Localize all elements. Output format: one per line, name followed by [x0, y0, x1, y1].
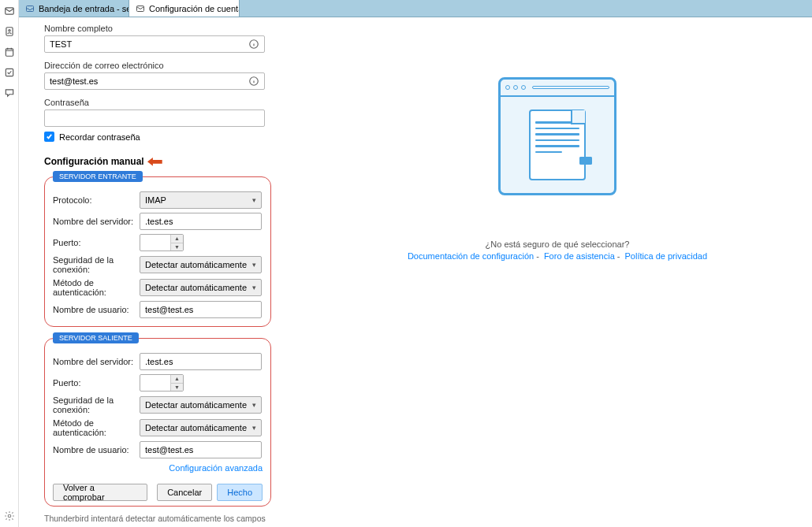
in-hostname-input[interactable]: .test.es	[140, 213, 262, 230]
chevron-down-icon: ▾	[252, 196, 256, 204]
checkbox-checked-icon[interactable]	[44, 132, 54, 142]
out-auth-label: Método de autenticación:	[53, 418, 140, 437]
illustration	[498, 77, 616, 195]
out-port-label: Puerto:	[53, 378, 140, 388]
fullname-input[interactable]	[44, 35, 265, 53]
out-port-input[interactable]: ▲▼	[140, 374, 184, 392]
out-username-input[interactable]: test@test.es	[140, 441, 262, 458]
in-security-select[interactable]: Detectar automáticamente▾	[140, 256, 262, 273]
tab-inbox-label: Bandeja de entrada - seo@me	[39, 4, 129, 13]
protocol-select[interactable]: IMAP▾	[140, 191, 262, 209]
chat-icon[interactable]	[3, 87, 16, 99]
svg-rect-4	[6, 69, 13, 76]
info-icon[interactable]	[248, 39, 259, 50]
out-security-label: Seguridad de la conexión:	[53, 395, 140, 414]
out-security-select[interactable]: Detectar automáticamente▾	[140, 396, 262, 414]
password-input[interactable]	[44, 109, 265, 127]
chevron-down-icon: ▾	[252, 261, 256, 269]
password-label: Contraseña	[44, 98, 303, 107]
spinner-icon[interactable]: ▲▼	[170, 375, 183, 391]
tasks-icon[interactable]	[3, 66, 16, 79]
spinner-icon[interactable]: ▲▼	[170, 235, 183, 251]
illustration-column: ¿No está seguro de qué seleccionar? Docu…	[303, 17, 812, 527]
arrow-left-icon: ⬅	[147, 153, 162, 170]
outgoing-badge: SERVIDOR SALIENTE	[53, 332, 139, 343]
left-rail	[0, 0, 19, 527]
config-icon	[136, 4, 145, 13]
retest-button[interactable]: Volver a comprobar	[53, 484, 147, 501]
fullname-label: Nombre completo	[44, 24, 303, 33]
out-hostname-input[interactable]: .test.es	[140, 353, 262, 370]
in-auth-select[interactable]: Detectar automáticamente▾	[140, 279, 262, 296]
in-port-input[interactable]: ▲▼	[140, 234, 184, 251]
in-hostname-label: Nombre del servidor:	[53, 217, 140, 226]
advanced-config-link[interactable]: Configuración avanzada	[169, 463, 263, 473]
settings-icon[interactable]	[3, 510, 16, 522]
out-username-label: Nombre de usuario:	[53, 445, 140, 455]
doc-link[interactable]: Documentación de configuración	[408, 251, 534, 261]
help-links: Documentación de configuración- Foro de …	[408, 251, 707, 261]
form-column: Nombre completo Dirección de correo elec…	[19, 17, 303, 527]
chevron-down-icon: ▾	[252, 284, 256, 291]
outgoing-server-box: SERVIDOR SALIENTE Nombre del servidor: .…	[44, 338, 271, 507]
info-icon[interactable]	[248, 76, 259, 87]
in-auth-label: Método de autenticación:	[53, 278, 140, 297]
in-username-input[interactable]: test@test.es	[140, 301, 262, 318]
main-area: Bandeja de entrada - seo@me Configuració…	[19, 0, 812, 527]
remember-password-row[interactable]: Recordar contraseña	[44, 132, 303, 142]
manual-config-heading: Configuración manual ⬅	[44, 153, 303, 170]
incoming-server-box: SERVIDOR ENTRANTE Protocolo: IMAP▾ Nombr…	[44, 176, 271, 327]
in-username-label: Nombre de usuario:	[53, 305, 140, 314]
inbox-icon	[25, 4, 35, 13]
incoming-badge: SERVIDOR ENTRANTE	[53, 171, 143, 182]
email-label: Dirección de correo electrónico	[44, 61, 303, 70]
done-button[interactable]: Hecho	[217, 484, 263, 501]
chevron-down-icon: ▾	[252, 424, 256, 432]
tab-config[interactable]: Configuración de cuenta	[129, 0, 240, 17]
svg-rect-3	[6, 49, 13, 56]
in-port-label: Puerto:	[53, 238, 140, 247]
cancel-button[interactable]: Cancelar	[157, 484, 212, 501]
out-hostname-label: Nombre del servidor:	[53, 357, 140, 366]
remember-label: Recordar contraseña	[59, 132, 140, 142]
out-auth-select[interactable]: Detectar automáticamente▾	[140, 419, 262, 436]
protocol-label: Protocolo:	[53, 195, 140, 205]
tab-config-label: Configuración de cuenta	[149, 4, 240, 13]
forum-link[interactable]: Foro de asistencia	[544, 251, 615, 261]
svg-point-2	[8, 30, 9, 32]
help-unsure: ¿No está seguro de qué seleccionar?	[486, 239, 630, 249]
in-security-label: Seguridad de la conexión:	[53, 255, 140, 274]
privacy-link[interactable]: Política de privacidad	[625, 251, 708, 261]
email-input[interactable]	[44, 72, 265, 90]
addressbook-icon[interactable]	[3, 25, 16, 38]
tabbar: Bandeja de entrada - seo@me Configuració…	[19, 0, 812, 17]
tab-inbox[interactable]: Bandeja de entrada - seo@me	[19, 0, 129, 17]
mail-icon[interactable]	[3, 5, 16, 17]
calendar-icon[interactable]	[3, 46, 16, 58]
autodetect-hint: Thunderbird intentará detectar automátic…	[44, 513, 271, 527]
svg-point-5	[8, 514, 11, 518]
chevron-down-icon: ▾	[252, 401, 256, 409]
